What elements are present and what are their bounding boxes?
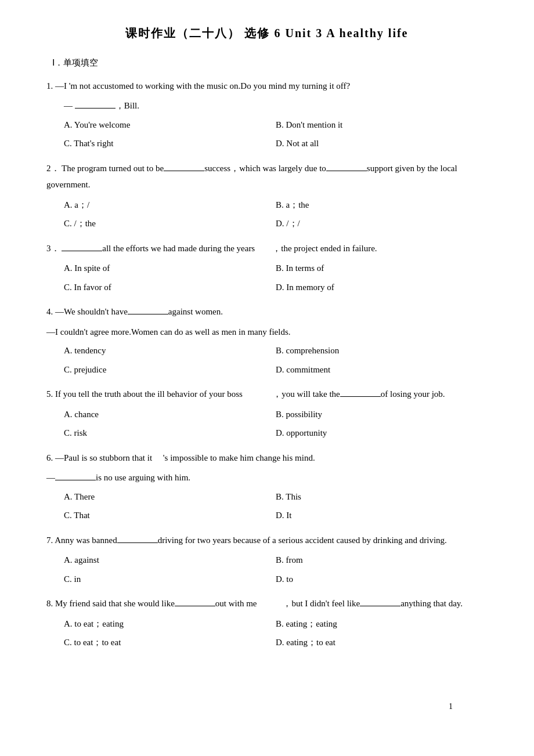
q5-text: 5. If you tell the truth about the ill b…: [46, 386, 488, 403]
q6-option-d: D. It: [276, 507, 488, 524]
q4-options: A. tendency B. comprehension: [64, 342, 488, 359]
q8-options: A. to eat；eating B. eating；eating: [64, 616, 488, 632]
q7-option-c: C. in: [64, 571, 276, 588]
q4-option-c: C. prejudice: [64, 361, 276, 378]
q8-option-a: A. to eat；eating: [64, 616, 276, 632]
q7-option-d: D. to: [276, 571, 488, 588]
page-title: 课时作业（二十八） 选修 6 Unit 3 A healthy life: [46, 23, 488, 43]
q6-option-b: B. This: [276, 489, 488, 505]
q3-option-a: A. In spite of: [64, 260, 276, 277]
page-number: 1: [449, 700, 453, 714]
q3-option-b: B. In terms of: [276, 260, 488, 277]
question-5: 5. If you tell the truth about the ill b…: [46, 386, 488, 442]
q3-option-c: C. In favor of: [64, 279, 276, 296]
q8-options-row2: C. to eat；to eat D. eating；to eat: [64, 634, 488, 651]
q8-text: 8. My friend said that she would likeout…: [46, 595, 488, 612]
q4-text: 4. —We shouldn't haveagainst women.: [46, 303, 488, 320]
q3-options: A. In spite of B. In terms of: [64, 260, 488, 277]
q3-option-d: D. In memory of: [276, 279, 488, 296]
q5-option-a: A. chance: [64, 406, 276, 423]
q1-option-b: B. Don't mention it: [276, 117, 488, 133]
q5-options: A. chance B. possibility: [64, 406, 488, 423]
q8-option-d: D. eating；to eat: [276, 634, 488, 651]
q1-number: 1.: [46, 81, 53, 91]
q4-sub: —I couldn't agree more.Women can do as w…: [46, 324, 488, 341]
q8-option-c: C. to eat；to eat: [64, 634, 276, 651]
q6-options: A. There B. This: [64, 489, 488, 505]
q1-options-row2: C. That's right D. Not at all: [64, 135, 488, 152]
q1-sub: — ，Bill.: [64, 97, 488, 114]
q4-option-a: A. tendency: [64, 342, 276, 359]
q3-options-row2: C. In favor of D. In memory of: [64, 279, 488, 296]
q2-option-b: B. a；the: [276, 197, 488, 214]
q2-options-row2: C. /；the D. /；/: [64, 215, 488, 232]
q2-options: A. a；/ B. a；the: [64, 197, 488, 214]
q7-text: 7. Anny was banneddriving for two years …: [46, 532, 488, 549]
q4-option-b: B. comprehension: [276, 342, 488, 359]
q5-option-b: B. possibility: [276, 406, 488, 423]
q7-options-row2: C. in D. to: [64, 571, 488, 588]
question-6: 6. —Paul is so stubborn that it 's impos…: [46, 450, 488, 524]
q6-option-a: A. There: [64, 489, 276, 505]
q1-option-a: A. You're welcome: [64, 117, 276, 133]
q5-option-d: D. opportunity: [276, 425, 488, 442]
q1-options: A. You're welcome B. Don't mention it: [64, 117, 488, 133]
q8-option-b: B. eating；eating: [276, 616, 488, 632]
q2-option-c: C. /；the: [64, 215, 276, 232]
q5-options-row2: C. risk D. opportunity: [64, 425, 488, 442]
q3-text: 3． all the efforts we had made during th…: [46, 240, 488, 257]
q4-options-row2: C. prejudice D. commitment: [64, 361, 488, 378]
q5-option-c: C. risk: [64, 425, 276, 442]
q2-option-d: D. /；/: [276, 215, 488, 232]
section-header: Ⅰ．单项填空: [52, 56, 488, 71]
q6-sub: —is no use arguing with him.: [46, 469, 488, 486]
question-7: 7. Anny was banneddriving for two years …: [46, 532, 488, 588]
q4-option-d: D. commitment: [276, 361, 488, 378]
question-2: 2． The program turned out to besuccess，w…: [46, 160, 488, 232]
q6-text: 6. —Paul is so stubborn that it 's impos…: [46, 450, 488, 466]
q6-options-row2: C. That D. It: [64, 507, 488, 524]
question-1: 1. —I 'm not accustomed to working with …: [46, 78, 488, 152]
question-8: 8. My friend said that she would likeout…: [46, 595, 488, 651]
q6-option-c: C. That: [64, 507, 276, 524]
question-4: 4. —We shouldn't haveagainst women. —I c…: [46, 303, 488, 378]
question-3: 3． all the efforts we had made during th…: [46, 240, 488, 296]
q2-option-a: A. a；/: [64, 197, 276, 214]
q2-text: 2． The program turned out to besuccess，w…: [46, 160, 488, 193]
q7-options: A. against B. from: [64, 552, 488, 569]
q7-option-a: A. against: [64, 552, 276, 569]
q1-option-c: C. That's right: [64, 135, 276, 152]
q7-option-b: B. from: [276, 552, 488, 569]
q1-text: 1. —I 'm not accustomed to working with …: [46, 78, 488, 95]
q1-option-d: D. Not at all: [276, 135, 488, 152]
